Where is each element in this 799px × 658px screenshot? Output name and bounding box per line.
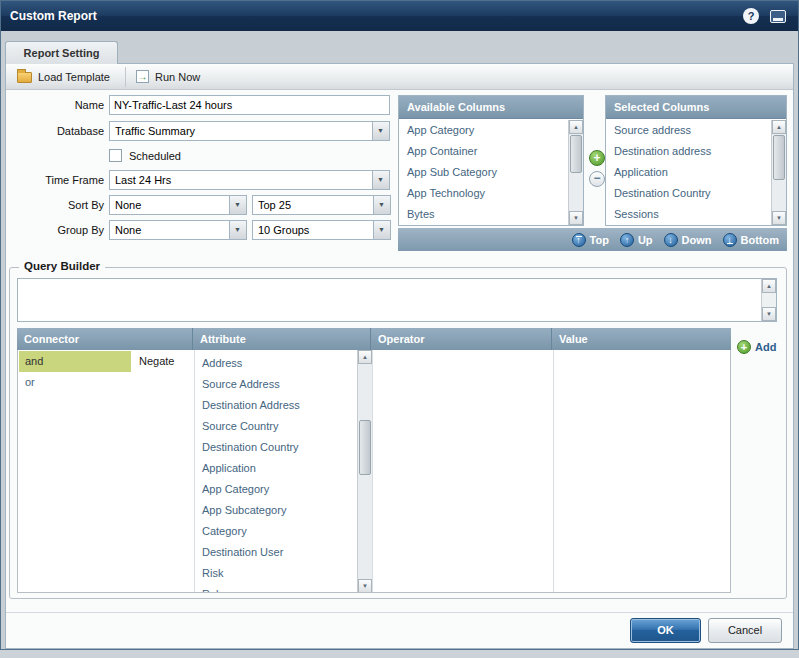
move-bottom-button[interactable]: Bottom <box>723 233 780 247</box>
list-item[interactable]: Application <box>606 162 771 183</box>
name-input[interactable] <box>109 95 390 115</box>
attribute-option[interactable]: Rule <box>202 584 225 593</box>
tab-report-setting[interactable]: Report Setting <box>5 41 118 64</box>
folder-icon <box>17 72 32 83</box>
chevron-down-icon[interactable] <box>372 171 389 189</box>
scroll-down-icon[interactable] <box>569 211 583 225</box>
add-column-button[interactable] <box>589 150 605 166</box>
sort-by-label: Sort By <box>6 199 104 211</box>
scroll-down-icon[interactable] <box>772 211 786 225</box>
move-bottom-label: Bottom <box>741 234 780 246</box>
sort-by-dropdown[interactable]: None <box>109 195 247 215</box>
time-frame-dropdown[interactable]: Last 24 Hrs <box>109 170 390 190</box>
column-order-bar: Top Up Down Bottom <box>398 228 787 251</box>
attribute-option[interactable]: Address <box>202 353 242 374</box>
selected-columns-list: Source address Destination address Appli… <box>606 120 771 225</box>
move-up-button[interactable]: Up <box>620 233 653 247</box>
attribute-column-header: Attribute <box>193 328 371 350</box>
chevron-down-icon[interactable] <box>229 196 246 214</box>
database-label: Database <box>6 125 104 137</box>
scroll-thumb[interactable] <box>570 135 582 173</box>
move-up-icon <box>620 233 634 247</box>
attribute-option[interactable]: Destination Address <box>202 395 300 416</box>
dialog-content: Load Template Run Now Name Database Traf… <box>5 63 794 649</box>
query-input[interactable] <box>17 278 777 322</box>
move-down-label: Down <box>682 234 712 246</box>
list-item[interactable]: App Sub Category <box>399 162 568 183</box>
attribute-scrollbar <box>357 350 372 593</box>
attribute-option[interactable]: App Category <box>202 479 269 500</box>
window-minimize-icon[interactable] <box>770 10 786 23</box>
footer-divider <box>6 612 793 613</box>
list-item[interactable]: Bytes <box>399 204 568 225</box>
move-down-button[interactable]: Down <box>664 233 712 247</box>
list-item[interactable]: Destination Country <box>606 183 771 204</box>
toolbar-separator <box>125 67 126 87</box>
group-by-limit-dropdown[interactable]: 10 Groups <box>252 220 391 240</box>
remove-column-button[interactable] <box>589 171 605 187</box>
scroll-up-icon[interactable] <box>358 350 372 364</box>
connector-or-option[interactable]: or <box>19 372 131 393</box>
attribute-option[interactable]: Destination User <box>202 542 283 563</box>
database-dropdown[interactable]: Traffic Summary <box>109 121 390 141</box>
list-item[interactable]: Sessions <box>606 204 771 225</box>
move-down-icon <box>664 233 678 247</box>
chevron-down-icon[interactable] <box>373 221 390 239</box>
scroll-down-icon[interactable] <box>358 579 372 593</box>
move-top-icon <box>572 233 586 247</box>
attribute-option[interactable]: Application <box>202 458 256 479</box>
connector-column-header: Connector <box>17 328 193 350</box>
scroll-up-icon[interactable] <box>772 120 786 134</box>
scroll-up-icon[interactable] <box>569 120 583 134</box>
scheduled-label: Scheduled <box>129 150 181 162</box>
attribute-option[interactable]: Risk <box>202 563 223 584</box>
scroll-thumb[interactable] <box>359 420 371 475</box>
column-divider <box>553 350 554 592</box>
sort-by-value: None <box>115 199 141 211</box>
attribute-option[interactable]: App Subcategory <box>202 500 286 521</box>
chevron-down-icon[interactable] <box>373 196 390 214</box>
scroll-down-icon[interactable] <box>762 307 776 321</box>
scroll-up-icon[interactable] <box>762 279 776 293</box>
ok-button[interactable]: OK <box>630 618 701 643</box>
time-frame-value: Last 24 Hrs <box>115 174 171 186</box>
connector-and-option[interactable]: and <box>19 351 131 372</box>
query-table-body: and or Negate Address Source Address Des… <box>17 350 731 593</box>
selected-columns-header: Selected Columns <box>606 96 786 119</box>
move-top-button[interactable]: Top <box>572 233 609 247</box>
load-template-button[interactable]: Load Template <box>13 66 114 87</box>
available-columns-list: App Category App Container App Sub Categ… <box>399 120 568 225</box>
list-item[interactable]: App Category <box>399 120 568 141</box>
list-item[interactable]: Source address <box>606 120 771 141</box>
group-by-dropdown[interactable]: None <box>109 220 247 240</box>
operator-column-header: Operator <box>371 328 552 350</box>
add-rule-label: Add <box>755 341 776 353</box>
column-divider <box>194 350 195 592</box>
database-value: Traffic Summary <box>115 125 195 137</box>
list-item[interactable]: Destination address <box>606 141 771 162</box>
list-item[interactable]: App Container <box>399 141 568 162</box>
attribute-option[interactable]: Source Country <box>202 416 278 437</box>
scheduled-checkbox[interactable] <box>109 149 122 162</box>
scroll-thumb[interactable] <box>773 135 785 180</box>
help-icon[interactable]: ? <box>743 8 759 24</box>
move-bottom-icon <box>723 233 737 247</box>
chevron-down-icon[interactable] <box>372 122 389 140</box>
chevron-down-icon[interactable] <box>229 221 246 239</box>
plus-icon <box>737 340 751 354</box>
group-by-limit-value: 10 Groups <box>258 224 309 236</box>
cancel-button[interactable]: Cancel <box>708 618 782 643</box>
value-column-header: Value <box>552 328 731 350</box>
query-builder-legend: Query Builder <box>19 260 105 272</box>
add-rule-button[interactable]: Add <box>737 340 776 354</box>
sort-by-limit-dropdown[interactable]: Top 25 <box>252 195 391 215</box>
run-now-icon <box>136 70 149 83</box>
run-now-button[interactable]: Run Now <box>132 66 204 87</box>
group-by-value: None <box>115 224 141 236</box>
attribute-option[interactable]: Category <box>202 521 247 542</box>
titlebar: Custom Report ? <box>1 1 798 31</box>
attribute-option[interactable]: Destination Country <box>202 437 299 458</box>
list-item[interactable]: App Technology <box>399 183 568 204</box>
time-frame-label: Time Frame <box>6 174 104 186</box>
attribute-option[interactable]: Source Address <box>202 374 280 395</box>
